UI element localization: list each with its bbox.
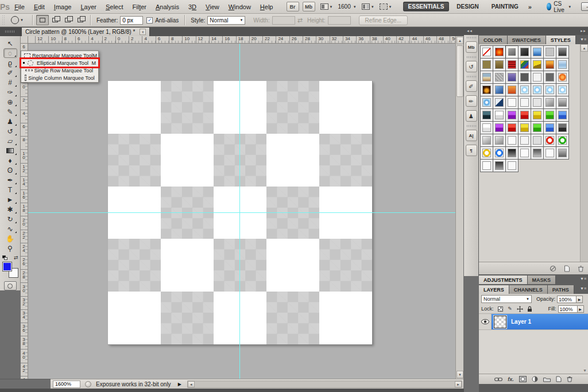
view-extras-dropdown[interactable]: ▼: [320, 3, 335, 10]
mini-bridge-panel-icon[interactable]: Mb: [466, 41, 477, 53]
clear-style-icon[interactable]: [549, 265, 557, 272]
delete-style-icon[interactable]: [577, 265, 585, 272]
lock-all-icon[interactable]: [526, 305, 533, 312]
style-swatch[interactable]: [493, 83, 506, 96]
style-swatch[interactable]: [531, 108, 544, 122]
type-tool[interactable]: T: [3, 185, 17, 195]
flyout-item-rectangular-marquee-tool[interactable]: Rectangular Marquee ToolM: [21, 52, 98, 59]
style-swatch[interactable]: [518, 146, 531, 160]
style-swatch[interactable]: [493, 96, 506, 109]
vertical-guide[interactable]: [239, 44, 240, 379]
path-selection-tool[interactable]: ►: [3, 195, 17, 204]
launch-mini-bridge-button[interactable]: Mb: [303, 2, 315, 11]
style-swatch[interactable]: [505, 134, 519, 147]
tab-color[interactable]: COLOR: [479, 36, 508, 44]
menu-window[interactable]: Window: [224, 0, 256, 14]
crop-tool[interactable]: #: [3, 77, 17, 87]
style-swatch[interactable]: [518, 134, 531, 147]
menu-analysis[interactable]: Analysis: [151, 0, 184, 14]
opacity-slider-arrow-icon[interactable]: ▶: [577, 296, 583, 303]
style-swatch[interactable]: [543, 45, 556, 59]
tool-preset-picker[interactable]: ▼: [7, 16, 29, 24]
tab-paths[interactable]: PATHS: [548, 285, 574, 294]
style-swatch[interactable]: [556, 83, 569, 96]
lock-transparency-icon[interactable]: [497, 305, 504, 312]
style-swatch[interactable]: [531, 45, 544, 59]
style-swatch[interactable]: [480, 96, 493, 109]
menu-file[interactable]: File: [10, 0, 29, 14]
history-panel-icon[interactable]: ↺: [466, 61, 477, 72]
style-swatch[interactable]: [480, 58, 493, 71]
foreground-color-swatch[interactable]: [2, 262, 12, 271]
tab-styles[interactable]: STYLES: [546, 36, 576, 44]
fill-value[interactable]: 100%: [558, 305, 578, 313]
history-brush-tool[interactable]: ↺: [3, 126, 17, 136]
lock-position-icon[interactable]: [516, 305, 524, 312]
vertical-scroll-thumb[interactable]: [457, 45, 463, 97]
style-swatch[interactable]: [505, 159, 519, 172]
eraser-tool[interactable]: ▱: [3, 136, 17, 146]
style-swatch[interactable]: [556, 71, 569, 84]
scroll-down-icon[interactable]: ▼: [457, 371, 463, 378]
tab-masks[interactable]: MASKS: [528, 275, 556, 284]
style-swatch[interactable]: [556, 58, 569, 71]
panel-menu-icon[interactable]: ▼≡: [580, 37, 586, 41]
menu-help[interactable]: Help: [256, 0, 278, 14]
style-swatch[interactable]: [480, 83, 493, 96]
style-swatch[interactable]: [480, 134, 493, 147]
quick-selection-tool[interactable]: ✐: [3, 68, 17, 77]
tab-channels[interactable]: CHANNELS: [509, 285, 548, 294]
character-panel-icon[interactable]: A|: [466, 130, 477, 141]
style-swatch[interactable]: [543, 58, 556, 71]
scroll-left-icon[interactable]: ◄: [188, 381, 195, 387]
style-swatch[interactable]: [505, 96, 519, 109]
document-tab[interactable]: Circle pattern @ 1600% (Layer 1, RGB/8) …: [21, 27, 150, 36]
healing-brush-tool[interactable]: ⊕: [3, 97, 17, 107]
minimize-button[interactable]: —: [581, 2, 588, 11]
panel-menu-icon[interactable]: ▼≡: [580, 277, 586, 281]
style-swatch[interactable]: [518, 45, 531, 59]
style-swatch[interactable]: [531, 71, 544, 84]
workspace-painting-button[interactable]: PAINTING: [486, 2, 524, 11]
style-swatch[interactable]: [518, 121, 531, 134]
style-swatch[interactable]: [556, 45, 569, 59]
style-swatch[interactable]: [505, 58, 519, 71]
horizontal-ruler[interactable]: 1210864202468101214161820222426283032343…: [21, 36, 455, 44]
document-horizontal-scrollbar[interactable]: ◄ ►: [187, 381, 462, 388]
style-swatch[interactable]: [480, 108, 493, 122]
style-select[interactable]: Normal ▼: [207, 16, 245, 25]
scroll-down-icon[interactable]: ▼: [583, 368, 587, 372]
tab-adjustments[interactable]: ADJUSTMENTS: [479, 275, 528, 284]
paragraph-panel-icon[interactable]: ¶: [466, 145, 477, 156]
lasso-tool[interactable]: ϱ: [3, 58, 17, 68]
pen-tool[interactable]: ✒: [3, 175, 17, 185]
workspace-overflow-button[interactable]: »: [528, 3, 531, 10]
fill-slider-arrow-icon[interactable]: ▶: [578, 305, 584, 313]
horizontal-guide[interactable]: [28, 212, 455, 213]
style-swatch[interactable]: [556, 96, 569, 109]
vertical-ruler[interactable]: 6420246810121416182022242628303234363840…: [21, 44, 28, 379]
layer-style-icon[interactable]: fx.: [508, 377, 514, 382]
status-menu-arrow-icon[interactable]: ▶: [178, 382, 181, 387]
style-swatch[interactable]: [518, 83, 531, 96]
antialias-checkbox[interactable]: ✓: [146, 17, 153, 24]
style-swatch[interactable]: [480, 146, 493, 160]
3d-rotate-tool[interactable]: ↻: [3, 214, 17, 224]
style-swatch[interactable]: [543, 71, 556, 84]
style-swatch[interactable]: [543, 83, 556, 96]
styles-scrollbar[interactable]: ▲: [580, 44, 588, 262]
scroll-up-icon[interactable]: ▲: [457, 37, 463, 44]
style-swatch[interactable]: [543, 146, 556, 160]
custom-shape-tool[interactable]: ✱: [3, 204, 17, 214]
options-bar-grip[interactable]: [2, 15, 6, 25]
style-swatch[interactable]: [556, 134, 569, 147]
new-style-icon[interactable]: [563, 265, 571, 272]
style-swatch[interactable]: [543, 134, 556, 147]
layer-thumbnail[interactable]: [494, 316, 506, 328]
delete-layer-icon[interactable]: [567, 376, 572, 382]
eyedropper-tool[interactable]: ✑: [3, 87, 17, 97]
dodge-tool[interactable]: ʘ: [3, 165, 17, 175]
style-swatch[interactable]: [505, 108, 519, 122]
scroll-right-icon[interactable]: ►: [455, 381, 462, 387]
style-swatch[interactable]: [556, 108, 569, 122]
